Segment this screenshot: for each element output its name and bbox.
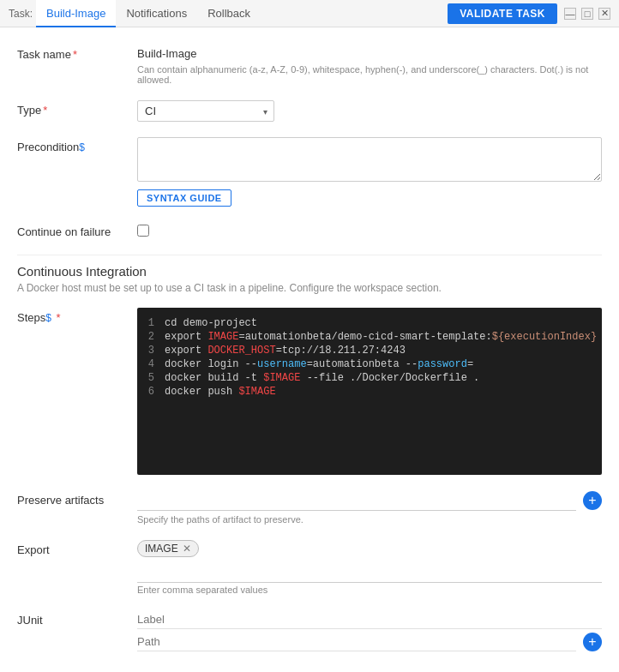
junit-path-input[interactable] — [137, 633, 576, 651]
export-input[interactable] — [137, 562, 602, 583]
junit-row: JUnit + — [17, 610, 602, 663]
precondition-row: Precondition$ SYNTAX GUIDE — [17, 137, 602, 207]
window-controls: — □ ✕ — [564, 8, 610, 20]
continue-on-failure-label: Continue on failure — [17, 222, 137, 238]
task-prefix: Task: — [9, 8, 33, 20]
export-tag-close-icon[interactable]: ✕ — [183, 543, 191, 555]
tab-rollback[interactable]: Rollback — [197, 0, 261, 27]
task-name-row: Task name* Build-Image Can contain alpha… — [17, 45, 602, 85]
syntax-guide-button[interactable]: SYNTAX GUIDE — [137, 189, 231, 207]
artifact-input-row: + — [137, 490, 602, 511]
type-label: Type* — [17, 100, 137, 117]
add-artifact-button[interactable]: + — [583, 491, 602, 510]
continue-on-failure-row: Continue on failure — [17, 222, 602, 239]
validate-task-button[interactable]: VALIDATE TASK — [448, 3, 557, 24]
export-tags-row: IMAGE ✕ — [137, 540, 602, 557]
export-tag-label: IMAGE — [145, 543, 178, 555]
continue-on-failure-checkbox[interactable] — [137, 225, 149, 237]
precondition-value-container: SYNTAX GUIDE — [137, 137, 602, 207]
export-tag-image: IMAGE ✕ — [137, 540, 199, 557]
steps-editor-container: 1 cd demo-project 2 export IMAGE=automat… — [137, 308, 602, 475]
code-line-4: 4 docker login --username=automationbeta… — [137, 357, 602, 371]
export-row: Export IMAGE ✕ Enter comma separated val… — [17, 540, 602, 595]
header: Task: Build-Image Notifications Rollback… — [0, 0, 619, 27]
add-junit-button[interactable]: + — [583, 633, 602, 651]
preserve-artifacts-input[interactable] — [137, 490, 576, 511]
preserve-artifacts-label: Preserve artifacts — [17, 490, 137, 507]
preserve-artifacts-value: + Specify the paths of artifact to prese… — [137, 490, 602, 525]
steps-label: Steps$ * — [17, 308, 137, 324]
export-value-container: IMAGE ✕ Enter comma separated values — [137, 540, 602, 595]
type-value-container: CI CD Shell ▾ — [137, 100, 602, 122]
preserve-artifacts-helper: Specify the paths of artifact to preserv… — [137, 514, 602, 525]
junit-label-input[interactable] — [137, 610, 602, 629]
ci-section-heading: Continuous Integration — [17, 264, 602, 279]
maximize-button[interactable]: □ — [581, 8, 593, 20]
preserve-artifacts-row: Preserve artifacts + Specify the paths o… — [17, 490, 602, 525]
code-line-2: 2 export IMAGE=automationbeta/demo-cicd-… — [137, 330, 602, 344]
task-name-helper: Can contain alphanumeric (a-z, A-Z, 0-9)… — [137, 64, 602, 85]
task-name-display: Build-Image — [137, 45, 602, 63]
junit-path-row: + — [137, 633, 602, 651]
minimize-button[interactable]: — — [564, 8, 576, 20]
code-line-3: 3 export DOCKER_HOST=tcp://18.211.27:424… — [137, 344, 602, 357]
steps-row: Steps$ * 1 cd demo-project 2 export IMAG… — [17, 308, 602, 475]
export-label: Export — [17, 540, 137, 556]
steps-link[interactable]: $ — [45, 312, 51, 324]
continue-on-failure-value — [137, 222, 602, 239]
close-button[interactable]: ✕ — [598, 8, 610, 20]
precondition-label: Precondition$ — [17, 137, 137, 153]
code-editor[interactable]: 1 cd demo-project 2 export IMAGE=automat… — [137, 308, 602, 475]
precondition-textarea[interactable] — [137, 137, 602, 182]
divider-1 — [17, 255, 602, 255]
task-name-label: Task name* — [17, 45, 137, 61]
tabs: Build-Image Notifications Rollback — [36, 0, 448, 27]
code-line-6: 6 docker push $IMAGE — [137, 385, 602, 399]
code-line-5: 5 docker build -t $IMAGE --file ./Docker… — [137, 371, 602, 385]
type-select-wrapper: CI CD Shell ▾ — [137, 100, 274, 122]
ci-section-desc: A Docker host must be set up to use a CI… — [17, 282, 602, 294]
tab-notifications[interactable]: Notifications — [116, 0, 197, 27]
code-line-1: 1 cd demo-project — [137, 316, 602, 330]
junit-inputs: + — [137, 610, 602, 651]
precondition-link[interactable]: $ — [79, 141, 85, 153]
tab-build-image[interactable]: Build-Image — [36, 0, 116, 27]
export-helper: Enter comma separated values — [137, 585, 602, 595]
junit-label: JUnit — [17, 610, 137, 627]
type-row: Type* CI CD Shell ▾ — [17, 100, 602, 122]
type-select[interactable]: CI CD Shell — [137, 100, 274, 122]
main-content: Task name* Build-Image Can contain alpha… — [0, 27, 619, 672]
task-name-value-container: Build-Image Can contain alphanumeric (a-… — [137, 45, 602, 85]
